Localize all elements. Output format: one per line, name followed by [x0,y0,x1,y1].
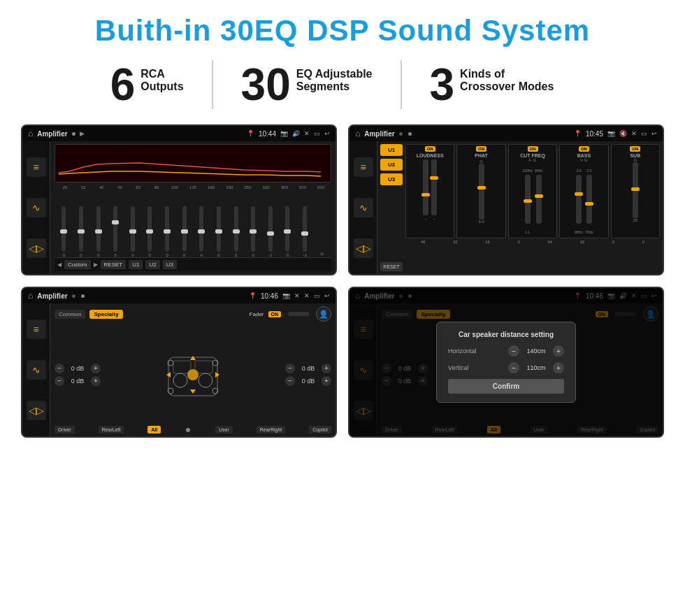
play-prev-icon[interactable]: ◀ [57,262,62,268]
home-icon-3[interactable]: ⌂ [28,291,33,301]
eq-slider-1[interactable] [62,206,66,252]
phat-slider[interactable] [479,164,484,220]
eq-sidebar-btn-3[interactable]: ◁▷ [27,238,46,258]
eq-sidebar-btn-1[interactable]: ≡ [27,157,46,177]
amp-preset-u1[interactable]: U1 [380,144,403,156]
play-next-icon[interactable]: ▶ [94,262,98,268]
phat-on[interactable]: ON [476,146,486,152]
sub-on[interactable]: ON [630,146,640,152]
cutfreq-on[interactable]: ON [528,146,538,152]
minimize-icon-1[interactable]: ▭ [314,130,320,137]
eq-slider-10[interactable] [217,206,221,252]
dot-icon-3 [72,294,75,298]
amp-val-col: 48 32 16 0 64 32 0 0 [407,240,658,244]
loudness-thumb-2 [430,176,438,180]
eq-slider-5[interactable] [131,206,135,252]
sp-sidebar-btn-1[interactable]: ≡ [27,320,46,339]
sp-minus-2[interactable]: − [55,376,64,386]
amp-reset-btn[interactable]: RESET [380,262,403,271]
eq-slider-3[interactable] [96,206,101,252]
minimize-icon-2[interactable]: ▭ [641,130,647,137]
loudness-slider-1[interactable] [423,159,428,215]
bass-on[interactable]: ON [579,146,589,152]
cutfreq-slider-f[interactable] [525,175,531,224]
sp-btn-rearleft[interactable]: RearLeft [99,426,124,434]
loudness-on[interactable]: ON [425,146,435,152]
eq-slider-15[interactable] [303,206,307,252]
eq-slider-2[interactable] [79,206,83,252]
amp-preset-u2[interactable]: U2 [380,159,403,171]
eq-slider-7[interactable] [165,206,169,252]
bass-slider-g[interactable] [586,175,592,224]
sp-sidebar-btn-2[interactable]: ∿ [27,360,46,380]
fader-label: Fader [250,311,264,317]
sp-sidebar-btn-3[interactable]: ◁▷ [27,401,46,420]
eq-slider-8[interactable] [182,206,187,252]
sub-slider[interactable] [633,162,638,218]
eq-slider-14[interactable] [285,206,289,252]
minimize-icon-3[interactable]: ▭ [314,292,320,299]
eq-btn-u2[interactable]: U2 [145,260,159,269]
sp-plus-2[interactable]: + [91,376,101,386]
eq-slider-6[interactable] [147,206,152,252]
eq-slider-12[interactable] [251,206,255,252]
home-icon-1[interactable]: ⌂ [28,129,33,138]
cutfreq-slider-g[interactable] [536,175,542,224]
eq-preset-custom[interactable]: Custom [64,260,91,269]
dialog-horizontal-minus[interactable]: − [508,345,519,357]
back-icon-1[interactable]: ↩ [324,130,330,137]
eq-slider-9[interactable] [199,206,203,252]
sp-btn-user[interactable]: User [215,426,233,434]
bass-header: ON [579,146,589,152]
eq-slider-11[interactable] [234,206,238,252]
close-icon-1[interactable]: ✕ [304,130,310,137]
amp-sidebar-btn-2[interactable]: ∿ [354,198,373,217]
sp-control-row-2: − 0 dB + [55,376,101,386]
sp-btn-copilot[interactable]: Copilot [309,426,331,434]
back-icon-3[interactable]: ↩ [324,292,330,299]
sp-btn-driver[interactable]: Driver [55,426,75,434]
bass-slider-f[interactable] [576,175,582,224]
user-icon[interactable]: 👤 [316,306,331,322]
sp-minus-3[interactable]: − [285,364,295,373]
loudness-values: ~ ~ [425,217,435,221]
close-icon-3[interactable]: ✕ [304,292,310,299]
amp-sidebar-btn-3[interactable]: ◁▷ [354,238,373,258]
eq-sidebar-btn-2[interactable]: ∿ [27,198,46,217]
sp-btn-rearright[interactable]: RearRight [257,426,286,434]
home-icon-2[interactable]: ⌂ [355,129,360,138]
sp-btn-all[interactable]: All [147,426,161,434]
sp-minus-1[interactable]: − [55,364,64,373]
sp-plus-1[interactable]: + [91,364,101,373]
amp-sidebar-btn-1[interactable]: ≡ [354,157,373,177]
sp-control-row-3: − 0 dB + [285,364,331,373]
eq-slider-col-9: 0 [194,206,210,257]
eq-btn-u1[interactable]: U1 [129,260,143,269]
tab-common[interactable]: Common [55,310,85,319]
freq-500: 500 [294,185,312,189]
eq-btn-u3[interactable]: U3 [163,260,177,269]
back-icon-2[interactable]: ↩ [651,130,657,137]
close-icon-2[interactable]: ✕ [631,130,637,137]
amp-preset-u3[interactable]: U3 [380,173,403,185]
sp-plus-4[interactable]: + [322,376,331,386]
eq-slider-4[interactable] [113,206,117,252]
loudness-val-1: ~ [425,217,428,221]
amp-value-row: 48 32 16 0 64 32 0 0 [405,240,660,244]
eq-slider-13[interactable] [268,206,273,252]
loudness-slider-2[interactable] [431,159,437,215]
eq-arrow-right[interactable]: » [320,250,324,257]
dialog-vertical-plus[interactable]: + [553,362,564,373]
sp-plus-3[interactable]: + [322,364,331,373]
tab-specialty[interactable]: Specialty [89,310,122,319]
dialog-vertical-minus[interactable]: − [508,362,519,373]
eq-slider-col-1: 0 [56,206,72,257]
sp-minus-4[interactable]: − [285,376,295,386]
amp-control-row: ON LOUDNESS [405,144,660,238]
fader-on-btn[interactable]: ON [268,311,282,317]
dialog-horizontal-plus[interactable]: + [553,345,564,357]
eq-btn-reset[interactable]: RESET [101,260,127,269]
screen3-sidebar: ≡ ∿ ◁▷ [22,303,50,436]
confirm-button[interactable]: Confirm [448,379,564,394]
fader-slider[interactable] [288,312,309,316]
